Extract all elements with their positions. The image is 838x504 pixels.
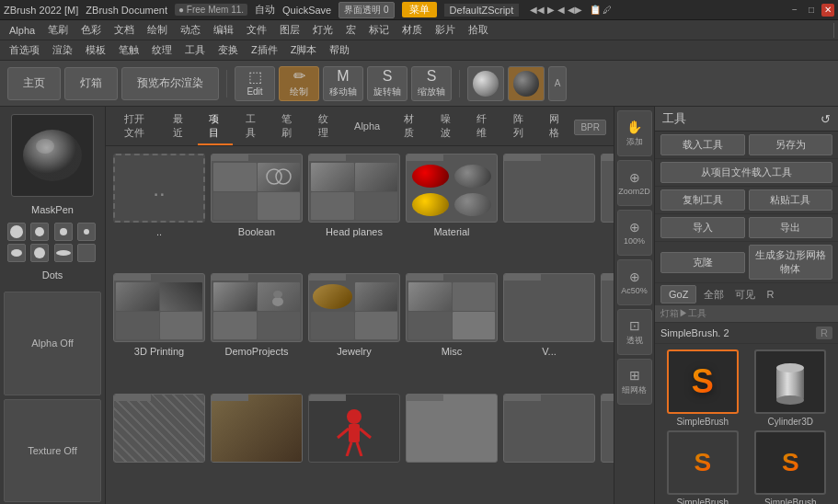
tool-thumb-simple-brush-1[interactable]: S SimpleBrush <box>660 349 745 427</box>
list-item[interactable] <box>601 394 614 497</box>
maximize-btn[interactable]: □ <box>805 4 818 17</box>
tab-tool[interactable]: 工具 <box>235 109 269 145</box>
save-as-btn[interactable]: 另存为 <box>749 134 833 155</box>
menu-layer[interactable]: 图层 <box>274 21 305 39</box>
list-item[interactable]: V... <box>503 273 595 387</box>
tab-array[interactable]: 阵列 <box>502 109 536 145</box>
scale-btn[interactable]: S 缩放轴 <box>411 66 452 101</box>
preview-btn[interactable]: 预览布尔渲染 <box>121 67 219 100</box>
paste-tool-btn[interactable]: 粘贴工具 <box>749 189 833 211</box>
tab-fiber[interactable]: 纤维 <box>465 109 499 145</box>
tab-brush[interactable]: 笔刷 <box>270 109 304 145</box>
tool-thumb-cylinder[interactable]: Cylinder3D <box>749 349 833 427</box>
tool-thumb-simple-brush-3[interactable]: S SimpleBrush <box>749 430 833 504</box>
menu-zplugin[interactable]: Z插件 <box>246 41 283 59</box>
make-poly-btn[interactable]: 生成多边形网格物体 <box>749 245 833 280</box>
menu-draw[interactable]: 绘制 <box>142 21 173 39</box>
list-item[interactable] <box>503 394 595 497</box>
list-item[interactable]: .. .. <box>113 154 205 268</box>
menu-color[interactable]: 色彩 <box>75 21 107 39</box>
list-item[interactable] <box>211 394 303 497</box>
brush-preview[interactable] <box>11 114 94 197</box>
sphere-btn-1[interactable] <box>467 66 504 101</box>
menu-btn[interactable]: 菜单 <box>402 2 437 17</box>
menu-texture[interactable]: 纹理 <box>146 41 178 59</box>
goz-btn[interactable]: GoZ <box>660 285 696 304</box>
list-item[interactable]: Boolean <box>211 154 303 268</box>
menu-pick[interactable]: 拾取 <box>463 21 494 39</box>
list-item[interactable] <box>601 154 614 268</box>
sphere-btn-2[interactable] <box>508 66 545 101</box>
quick-save[interactable]: QuickSave <box>282 5 331 16</box>
tab-texture[interactable]: 纹理 <box>307 109 341 145</box>
menu-alpha[interactable]: Alpha <box>4 23 40 38</box>
dot-2[interactable] <box>30 223 49 241</box>
list-item[interactable] <box>113 394 205 497</box>
menu-template[interactable]: 模板 <box>80 41 111 59</box>
rotate-btn[interactable]: S 旋转轴 <box>367 66 408 101</box>
menu-movie[interactable]: 影片 <box>430 21 461 39</box>
menu-preference[interactable]: 首选项 <box>4 41 45 59</box>
list-item[interactable] <box>503 154 595 268</box>
list-item[interactable] <box>601 273 614 387</box>
menu-document[interactable]: 文档 <box>109 21 140 39</box>
alpha-off-label[interactable]: Alpha Off <box>4 292 101 395</box>
menu-edit[interactable]: 编辑 <box>208 21 239 39</box>
menu-render[interactable]: 渲染 <box>47 41 78 59</box>
add-btn[interactable]: ✋ 添加 <box>617 110 652 156</box>
zoom100-btn[interactable]: ⊕ 100% <box>617 210 652 256</box>
tool-thumb-simple-brush-2[interactable]: S SimpleBrush <box>660 430 745 504</box>
tab-recent[interactable]: 最近 <box>162 109 196 145</box>
dot-4[interactable] <box>77 223 96 241</box>
dot-6[interactable] <box>30 244 49 262</box>
toolbar-icons[interactable]: 📋 🖊 <box>590 5 613 15</box>
tab-project[interactable]: 项目 <box>198 109 232 145</box>
doc-name[interactable]: ZBrush Document <box>86 5 167 16</box>
move-btn[interactable]: M 移动轴 <box>323 66 363 101</box>
list-item[interactable]: DemoProjects <box>211 273 303 387</box>
dot-7[interactable] <box>54 244 73 262</box>
tab-open-file[interactable]: 打开文件 <box>113 109 160 145</box>
dot-1[interactable] <box>7 223 26 241</box>
menu-macro[interactable]: 宏 <box>340 21 362 39</box>
list-item[interactable] <box>406 394 498 497</box>
list-item[interactable] <box>308 394 400 497</box>
menu-transform[interactable]: 变换 <box>212 41 244 59</box>
bpr-badge[interactable]: BPR <box>574 120 606 135</box>
close-btn[interactable]: ✕ <box>821 4 834 17</box>
minimize-btn[interactable]: − <box>788 4 801 17</box>
export-btn[interactable]: 导出 <box>749 217 833 238</box>
list-item[interactable]: Head planes <box>308 154 400 268</box>
tab-mesh[interactable]: 网格 <box>538 109 572 145</box>
import-btn[interactable]: 导入 <box>660 217 745 238</box>
menu-stroke[interactable]: 笔触 <box>113 41 144 59</box>
ac50-btn[interactable]: ⊕ Ac50% <box>617 259 652 305</box>
list-item[interactable]: Material <box>406 154 498 268</box>
dot-8[interactable] <box>77 244 96 262</box>
list-item[interactable]: Jewelry <box>308 273 400 387</box>
refresh-icon[interactable]: ↺ <box>821 112 831 126</box>
fine-mesh-btn[interactable]: ⊞ 细网格 <box>617 359 652 405</box>
perspective-btn[interactable]: ⊡ 透视 <box>617 309 652 355</box>
default-zscript[interactable]: DefaultZScript <box>444 4 520 17</box>
interface-btn[interactable]: 界面透明 0 <box>339 2 394 18</box>
dot-3[interactable] <box>54 223 73 241</box>
list-item[interactable]: 3D Printing <box>113 273 205 387</box>
zoom2d-btn[interactable]: ⊕ Zoom2D <box>617 160 652 206</box>
clone-btn[interactable]: 克隆 <box>660 252 745 273</box>
tab-material[interactable]: 材质 <box>393 109 427 145</box>
menu-light[interactable]: 灯光 <box>307 21 339 39</box>
menu-zscript[interactable]: Z脚本 <box>285 41 323 59</box>
load-from-project-btn[interactable]: 从项目文件载入工具 <box>660 162 832 183</box>
home-btn[interactable]: 主页 <box>7 67 61 100</box>
lightbox-btn[interactable]: 灯箱 <box>64 67 118 100</box>
menu-dynamic[interactable]: 动态 <box>175 21 206 39</box>
menu-marker[interactable]: 标记 <box>363 21 395 39</box>
load-tool-btn[interactable]: 载入工具 <box>660 134 745 155</box>
menu-help[interactable]: 帮助 <box>324 41 355 59</box>
menu-tool[interactable]: 工具 <box>179 41 211 59</box>
texture-off-label[interactable]: Texture Off <box>4 399 101 503</box>
edit-btn[interactable]: ⬚ Edit <box>235 66 275 101</box>
alpha-indicator[interactable]: A <box>548 66 567 101</box>
tab-alpha[interactable]: Alpha <box>343 117 391 137</box>
